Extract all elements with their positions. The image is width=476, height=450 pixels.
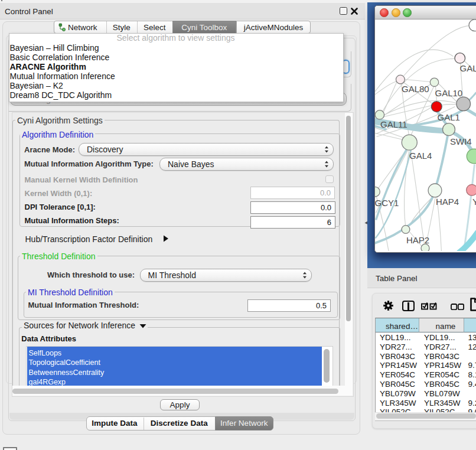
svg-text:SWI4: SWI4 [450,136,472,146]
svg-text:GAL80: GAL80 [402,84,429,94]
svg-text:GAL11: GAL11 [380,119,407,129]
svg-text:GAL4: GAL4 [409,150,432,160]
svg-text:HAP4: HAP4 [436,197,459,207]
svg-text:YJL0: YJL0 [472,196,476,206]
svg-text:GAL10: GAL10 [435,88,462,98]
svg-text:GCY1: GCY1 [375,197,399,207]
svg-text:GAL7: GAL7 [459,63,476,73]
svg-text:HAP2: HAP2 [406,234,429,244]
svg-text:GAL1: GAL1 [437,112,459,122]
